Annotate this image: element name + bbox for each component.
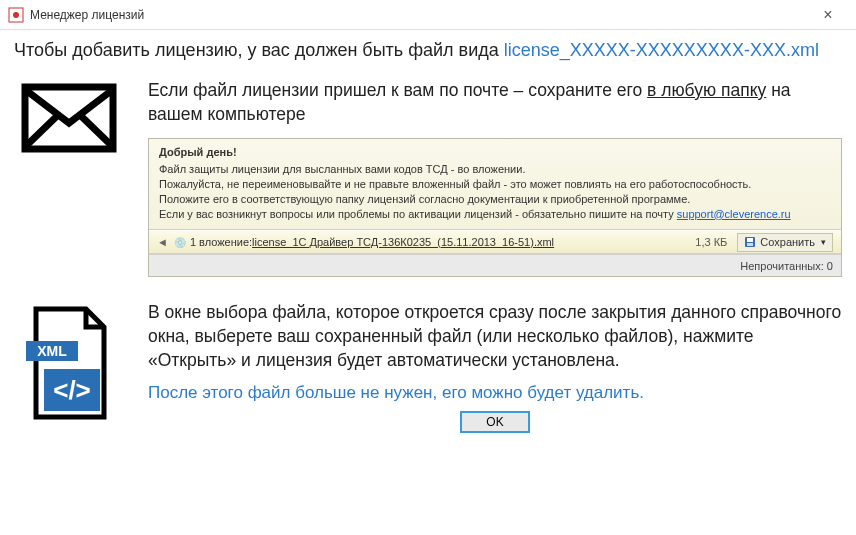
email-line1: Файл защиты лицензии для высланных вами … [159, 162, 831, 177]
email-greeting: Добрый день! [159, 145, 831, 160]
header-text: Чтобы добавить лицензию, у вас должен бы… [0, 30, 856, 71]
expand-icon[interactable]: ◄ [157, 235, 168, 250]
disk-icon [744, 236, 756, 248]
section1-text: Если файл лицензии пришел к вам по почте… [148, 79, 842, 126]
attachment-icon: 💿 [174, 236, 186, 250]
email-preview: Добрый день! Файл защиты лицензии для вы… [148, 138, 842, 277]
section2-paragraph: В окне выбора файла, которое откроется с… [148, 301, 842, 372]
svg-point-1 [13, 12, 19, 18]
attachment-size: 1,3 КБ [695, 235, 727, 250]
support-email-link[interactable]: support@cleverence.ru [677, 208, 791, 220]
svg-rect-4 [747, 238, 753, 242]
ok-button[interactable]: OK [461, 412, 528, 432]
svg-text:XML: XML [37, 343, 67, 359]
dropdown-icon: ▾ [821, 236, 826, 248]
email-line3: Положите его в соответствующую папку лиц… [159, 192, 831, 207]
header-filename: license_XXXXX-XXXXXXXXX-XXX.xml [504, 40, 819, 60]
window-titlebar: Менеджер лицензий × [0, 0, 856, 30]
email-status-bar: Непрочитанных: 0 [149, 254, 841, 276]
section2-afternote: После этого файл больше не нужен, его мо… [148, 382, 842, 405]
email-line4: Если у вас возникнут вопросы или проблем… [159, 207, 831, 222]
window-title: Менеджер лицензий [30, 8, 808, 22]
unread-count: Непрочитанных: 0 [740, 259, 833, 274]
attachment-bar: ◄ 💿 1 вложение: license_1С Драйвер ТСД-1… [149, 230, 841, 254]
svg-rect-5 [747, 243, 753, 246]
section-email: Если файл лицензии пришел к вам по почте… [14, 79, 842, 277]
close-button[interactable]: × [808, 6, 848, 24]
email-body: Добрый день! Файл защиты лицензии для вы… [149, 139, 841, 230]
envelope-icon [14, 79, 124, 277]
svg-text:</>: </> [53, 375, 91, 405]
save-attachment-button[interactable]: Сохранить ▾ [737, 233, 833, 252]
any-folder-link[interactable]: в любую папку [647, 80, 766, 100]
section-xml: XML </> В окне выбора файла, которое отк… [14, 301, 842, 432]
xml-file-icon: XML </> [14, 301, 124, 432]
email-line2: Пожалуйста, не переименовывайте и не пра… [159, 177, 831, 192]
attachment-filename[interactable]: license_1С Драйвер ТСД-136К0235_(15.11.2… [252, 235, 554, 250]
attachment-label: 1 вложение: [190, 235, 252, 250]
app-icon [8, 7, 24, 23]
header-prefix: Чтобы добавить лицензию, у вас должен бы… [14, 40, 504, 60]
